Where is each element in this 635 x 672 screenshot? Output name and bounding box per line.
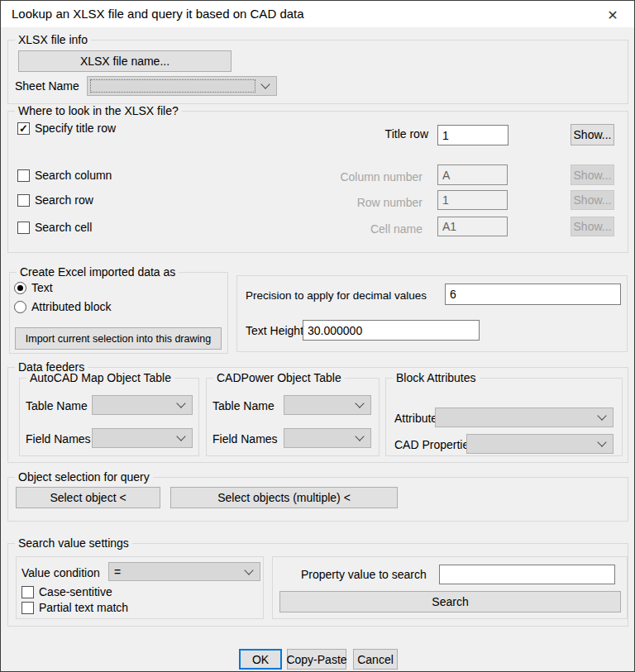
cadpower-table-name-label: Table Name [212,399,275,413]
value-condition-label: Value condition [21,566,100,580]
column-number-label: Column number [330,170,423,184]
search-column-checkbox[interactable] [17,169,30,182]
case-sensitive-label: Case-sentitive [39,585,112,599]
xlsx-file-info-group-label: XLSX file info [15,33,91,47]
cancel-button[interactable]: Cancel [353,649,398,670]
close-button[interactable]: ✕ [599,4,626,26]
cad-properties-label: CAD Properties [394,438,475,452]
cadpower-table-name-combobox[interactable] [284,395,371,415]
cell-show-button: Show... [571,217,614,236]
window-title: Lookup an XLSX file and query it based o… [12,7,304,21]
search-value-settings-group-label: Search value settings [15,536,132,550]
attributed-block-radio[interactable] [14,301,26,313]
block-attributes-group-label: Block Attributes [393,371,480,385]
autocad-map-group-label: AutoCAD Map Object Table [26,371,174,385]
chevron-down-icon [355,398,364,407]
search-cell-label: Search cell [35,221,92,235]
search-row-label: Search row [35,193,93,207]
partial-text-match-checkbox[interactable] [21,602,34,614]
close-icon: ✕ [607,7,618,23]
map-field-names-combobox[interactable] [92,428,193,448]
map-table-name-label: Table Name [26,399,88,413]
dialog-window: Lookup an XLSX file and query it based o… [0,0,635,672]
create-data-as-group-label: Create Excel imported data as [17,265,179,279]
import-selection-button[interactable]: Import current selection into this drawi… [15,327,222,350]
precision-label: Precision to apply for decimal values [246,288,427,303]
chevron-down-icon [597,437,606,446]
object-selection-group-label: Object selection for query [15,470,153,484]
chevron-down-icon [260,79,270,88]
attributed-block-radio-label: Attributed block [31,300,112,314]
cadpower-field-names-combobox[interactable] [284,428,371,448]
cell-name-input [437,217,508,236]
focus-rect [90,79,255,93]
row-show-button: Show... [571,190,614,210]
attributes-combobox[interactable] [435,407,614,427]
chevron-down-icon [176,398,185,407]
title-row-input[interactable] [437,125,508,145]
text-height-input[interactable] [303,320,480,341]
property-value-input[interactable] [439,565,615,584]
title-row-show-button[interactable]: Show... [571,124,614,145]
search-cell-checkbox[interactable] [17,222,30,234]
text-radio[interactable] [14,282,26,294]
cadpower-field-names-label: Field Names [212,432,278,446]
chevron-down-icon [355,431,364,441]
value-condition-value: = [114,565,121,579]
specify-title-row-label: Specify title row [35,122,116,136]
case-sensitive-checkbox[interactable] [21,586,34,598]
search-column-label: Search column [35,169,112,183]
copy-paste-button[interactable]: Copy-Paste [287,649,346,670]
row-number-input [437,190,508,210]
sheet-name-combobox[interactable] [87,76,277,96]
text-radio-label: Text [31,281,53,295]
column-show-button: Show... [571,164,614,185]
row-number-label: Row number [330,196,423,210]
cad-properties-combobox[interactable] [466,434,614,454]
titlebar: Lookup an XLSX file and query it based o… [1,1,634,27]
text-height-label: Text Height [246,324,303,338]
cadpower-group-label: CADPower Object Table [213,371,345,385]
precision-input[interactable] [445,284,621,305]
search-button[interactable]: Search [279,591,621,612]
map-table-name-combobox[interactable] [92,395,193,415]
xlsx-file-name-button[interactable]: XLSX file name... [18,50,232,72]
select-objects-multiple-button[interactable]: Select objects (multiple) < [170,487,398,508]
chevron-down-icon [597,411,606,420]
sheet-name-label: Sheet Name [15,79,79,93]
title-row-label: Title row [362,127,428,141]
map-field-names-label: Field Names [26,432,91,446]
ok-button[interactable]: OK [239,649,282,670]
property-value-label: Property value to search [301,568,427,582]
specify-title-row-checkbox[interactable]: ✓ [17,122,30,135]
select-object-button[interactable]: Select object < [16,487,160,508]
chevron-down-icon [176,431,185,441]
partial-text-match-label: Partial text match [39,601,128,615]
cell-name-label: Cell name [330,222,423,236]
where-to-look-group-label: Where to look in the XLSX file? [15,104,182,118]
search-row-checkbox[interactable] [17,194,30,207]
value-condition-combobox[interactable]: = [108,562,260,581]
column-number-input [437,164,508,185]
chevron-down-icon [244,565,253,574]
